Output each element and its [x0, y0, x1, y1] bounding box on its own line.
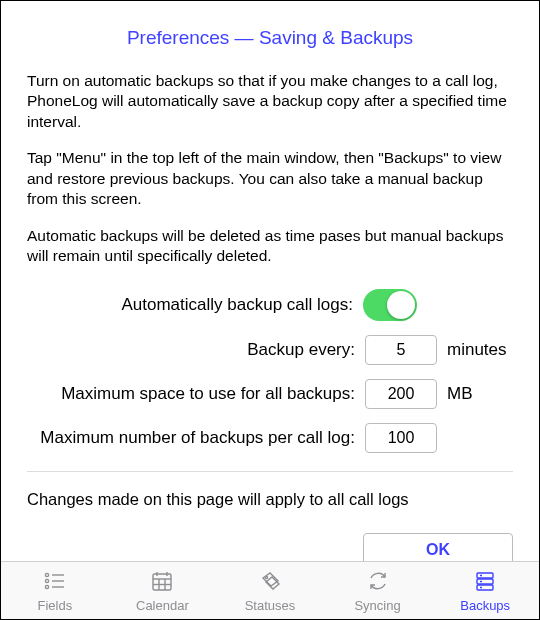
- tag-icon: [257, 569, 283, 596]
- max-space-label: Maximum space to use for all backups:: [27, 384, 355, 404]
- svg-point-0: [45, 573, 48, 576]
- tab-statuses[interactable]: Statuses: [216, 562, 324, 619]
- backup-every-unit: minutes: [447, 340, 513, 360]
- backup-every-row: Backup every: minutes: [27, 335, 513, 365]
- backup-every-label: Backup every:: [27, 340, 355, 360]
- svg-point-2: [45, 579, 48, 582]
- tab-syncing[interactable]: Syncing: [324, 562, 432, 619]
- backups-icon: [472, 569, 498, 596]
- tab-backups[interactable]: Backups: [431, 562, 539, 619]
- max-num-row: Maximum number of backups per call log:: [27, 423, 513, 453]
- backup-every-input[interactable]: [365, 335, 437, 365]
- list-icon: [42, 569, 68, 596]
- calendar-icon: [149, 569, 175, 596]
- footnote: Changes made on this page will apply to …: [27, 490, 513, 509]
- intro-paragraph-2: Tap "Menu" in the top left of the main w…: [27, 148, 513, 209]
- auto-backup-row: Automatically backup call logs:: [27, 289, 513, 321]
- max-space-input[interactable]: [365, 379, 437, 409]
- auto-backup-toggle[interactable]: [363, 289, 417, 321]
- sync-icon: [365, 569, 391, 596]
- svg-point-4: [45, 585, 48, 588]
- svg-rect-15: [477, 579, 493, 584]
- tab-statuses-label: Statuses: [245, 598, 296, 613]
- tab-backups-label: Backups: [460, 598, 510, 613]
- svg-rect-6: [153, 574, 171, 590]
- ok-button[interactable]: OK: [363, 533, 513, 561]
- max-space-row: Maximum space to use for all backups: MB: [27, 379, 513, 409]
- tab-fields-label: Fields: [37, 598, 72, 613]
- max-space-unit: MB: [447, 384, 513, 404]
- tab-syncing-label: Syncing: [354, 598, 400, 613]
- max-num-label: Maximum number of backups per call log:: [27, 428, 355, 448]
- svg-point-13: [265, 576, 267, 578]
- tab-calendar-label: Calendar: [136, 598, 189, 613]
- max-num-input[interactable]: [365, 423, 437, 453]
- tab-bar: Fields Calendar Statuses: [1, 561, 539, 619]
- tab-fields[interactable]: Fields: [1, 562, 109, 619]
- auto-backup-label: Automatically backup call logs:: [27, 295, 353, 315]
- tab-calendar[interactable]: Calendar: [109, 562, 217, 619]
- divider: [27, 471, 513, 472]
- settings-group: Automatically backup call logs: Backup e…: [27, 289, 513, 453]
- svg-rect-16: [477, 585, 493, 590]
- intro-paragraph-3: Automatic backups will be deleted as tim…: [27, 226, 513, 267]
- page-title: Preferences — Saving & Backups: [27, 27, 513, 49]
- intro-paragraph-1: Turn on automatic backups so that if you…: [27, 71, 513, 132]
- toggle-knob-icon: [387, 291, 415, 319]
- svg-rect-14: [477, 573, 493, 578]
